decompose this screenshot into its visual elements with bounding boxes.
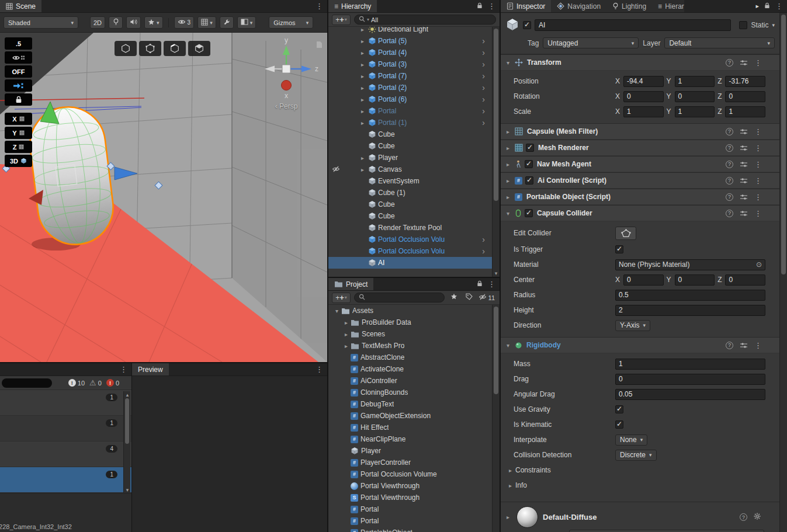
console-scrollbar[interactable]	[123, 391, 130, 493]
kebab-icon[interactable]	[754, 127, 762, 136]
foldout-icon[interactable]	[342, 319, 350, 326]
kebab-icon[interactable]	[754, 176, 762, 185]
component-enabled-checkbox[interactable]	[525, 209, 533, 217]
value-field[interactable]: 0.5	[615, 290, 765, 301]
kebab-icon[interactable]	[316, 2, 323, 11]
y-value-field[interactable]: 0	[675, 274, 715, 286]
hierarchy-item-render-texture-pool[interactable]: Render Texture Pool	[328, 222, 492, 234]
2d-toggle-button[interactable]: 2D	[90, 16, 105, 29]
foldout-icon[interactable]	[504, 194, 512, 200]
foldout-icon[interactable]	[359, 50, 366, 56]
kebab-icon[interactable]	[754, 58, 762, 67]
grid-visibility-dropdown[interactable]	[197, 16, 216, 29]
material-object-field[interactable]: None (Physic Material)	[615, 259, 765, 270]
help-icon[interactable]	[726, 193, 733, 201]
effects-dropdown[interactable]	[144, 16, 163, 29]
tag-dropdown[interactable]: Untagged	[543, 37, 639, 48]
kebab-icon[interactable]	[754, 209, 762, 218]
project-item-playercontroller[interactable]: PlayerController	[328, 457, 492, 468]
static-dropdown-icon[interactable]	[772, 22, 775, 28]
prefab-open-icon[interactable]	[482, 95, 485, 104]
foldout-icon[interactable]	[333, 308, 341, 314]
project-item-portal-viewthrough[interactable]: Portal Viewthrough	[328, 480, 492, 492]
project-item-portal-occlusion-volume[interactable]: Portal Occlusion Volume	[328, 468, 492, 480]
project-item-cloningbounds[interactable]: CloningBounds	[328, 387, 492, 398]
scene-viewport[interactable]: .5OFFXYZ3D y z x ‹ Persp	[0, 33, 327, 362]
tab-inspector[interactable]: Inspector	[501, 0, 551, 12]
foldout-icon[interactable]	[359, 85, 366, 91]
value-field[interactable]: 2	[615, 305, 765, 316]
value-field[interactable]: 1	[615, 359, 765, 370]
gameobject-name-input[interactable]	[535, 19, 731, 31]
shading-mode-dropdown[interactable]: Shaded	[4, 16, 78, 29]
hierarchy-scrollbar[interactable]	[492, 27, 500, 277]
prefab-open-icon[interactable]	[482, 235, 485, 244]
project-item-gameobjectextension[interactable]: GameObjectExtension	[328, 410, 492, 422]
hierarchy-item-portal-2[interactable]: Portal (2)	[328, 82, 492, 93]
scene-audio-button[interactable]	[126, 16, 141, 29]
prefab-open-icon[interactable]	[482, 246, 485, 256]
tab-preview[interactable]: Preview	[132, 363, 169, 375]
material-foldout[interactable]	[504, 514, 512, 520]
foldout-icon[interactable]	[359, 61, 366, 68]
foldout-icon[interactable]	[504, 128, 512, 135]
prefab-open-icon[interactable]	[482, 106, 485, 116]
overlay-mode-3d-button[interactable]: 3D	[5, 155, 32, 167]
info-foldout[interactable]: Info	[501, 478, 779, 493]
foldout-icon[interactable]	[504, 178, 512, 184]
project-search-input[interactable]	[367, 294, 440, 301]
x-value-field[interactable]: 1	[623, 106, 664, 117]
help-icon[interactable]	[740, 513, 747, 521]
hierarchy-item-cube[interactable]: Cube	[328, 210, 492, 222]
component-header-ai-controller-script[interactable]: Ai Controller (Script)	[501, 172, 779, 189]
foldout-icon[interactable]	[504, 161, 512, 168]
hierarchy-item-portal-7[interactable]: Portal (7)	[328, 70, 492, 82]
component-header-mesh-renderer[interactable]: Mesh Renderer	[501, 140, 779, 156]
foldout-icon[interactable]	[504, 210, 512, 217]
hierarchy-search-input[interactable]	[371, 16, 491, 23]
project-item-textmesh-pro[interactable]: TextMesh Pro	[328, 340, 492, 352]
foldout-icon[interactable]	[359, 120, 366, 126]
gizmo-y-label[interactable]: y	[285, 36, 288, 44]
project-item-nearclipplane[interactable]: NearClipPlane	[328, 433, 492, 445]
object-mode-button[interactable]	[115, 41, 137, 56]
project-item-portalableobject[interactable]: PortalableObject	[328, 527, 492, 532]
active-checkbox[interactable]	[523, 21, 531, 29]
component-header-nav-mesh-agent[interactable]: Nav Mesh Agent	[501, 156, 779, 172]
collision-detection-dropdown[interactable]: Discrete	[615, 450, 657, 461]
kebab-icon[interactable]	[488, 280, 495, 288]
z-value-field[interactable]: -31.76	[725, 76, 765, 87]
foldout-icon[interactable]	[504, 342, 512, 349]
project-item-player[interactable]: Player	[328, 445, 492, 457]
foldout-icon[interactable]	[507, 467, 514, 474]
search-by-label-button[interactable]	[463, 293, 475, 303]
kebab-icon[interactable]	[754, 144, 762, 152]
project-item-portal-viewthrough[interactable]: Portal Viewthrough	[328, 492, 492, 503]
project-item-portal[interactable]: Portal	[328, 515, 492, 527]
y-value-field[interactable]: 1	[675, 76, 715, 87]
tab-scene[interactable]: Scene	[0, 0, 41, 12]
foldout-icon[interactable]	[504, 145, 512, 151]
kebab-icon[interactable]	[775, 2, 783, 11]
prefab-open-icon[interactable]	[482, 71, 485, 81]
help-icon[interactable]	[726, 177, 733, 185]
kebab-icon[interactable]	[316, 365, 323, 374]
component-header-capsule-collider[interactable]: Capsule Collider	[501, 205, 779, 221]
y-value-field[interactable]: 1	[675, 106, 715, 117]
x-value-field[interactable]: -94.4	[623, 76, 664, 87]
scene-lighting-button[interactable]	[109, 16, 123, 29]
hierarchy-item-portal-occlusion-volu[interactable]: Portal Occlusion Volu	[328, 245, 492, 257]
prefab-open-icon[interactable]	[482, 118, 485, 127]
material-preview-sphere[interactable]	[516, 506, 538, 528]
kebab-icon[interactable]	[754, 160, 762, 169]
component-enabled-checkbox[interactable]	[525, 176, 533, 185]
hierarchy-item-portal-5[interactable]: Portal (5)	[328, 35, 492, 47]
orientation-gizmo[interactable]: y z x ‹ Persp	[254, 36, 319, 110]
perspective-label[interactable]: ‹ Persp	[254, 102, 319, 110]
component-views-dropdown[interactable]	[237, 16, 256, 29]
tab-project[interactable]: Project	[328, 278, 373, 290]
lock-icon[interactable]	[477, 2, 483, 11]
gizmos-dropdown[interactable]: Gizmos	[269, 16, 313, 29]
overlay-translate-snap-button[interactable]	[5, 79, 32, 92]
kebab-icon[interactable]	[754, 341, 762, 350]
